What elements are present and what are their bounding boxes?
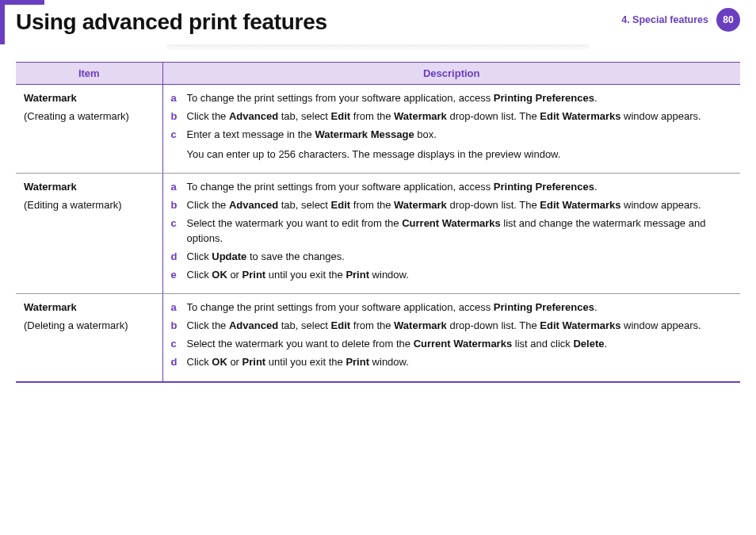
bold-term: Edit Watermarks [540,319,620,331]
bold-term: Watermark [394,319,447,331]
chapter-label: 4. Special features [621,14,708,25]
step-item: eClick OK or Print until you exit the Pr… [171,268,733,283]
bold-term: Advanced [229,319,278,331]
item-subtitle: (Deleting a watermark) [24,319,128,331]
step-marker: c [171,128,181,162]
bold-term: Watermark [394,110,447,122]
step-list: aTo change the print settings from your … [171,180,733,282]
bold-term: Print [346,356,369,368]
step-marker: b [171,198,181,213]
table-row: Watermark(Creating a watermark)aTo chang… [16,85,740,174]
step-item: bClick the Advanced tab, select Edit fro… [171,109,733,124]
table-row: Watermark(Editing a watermark)aTo change… [16,174,740,294]
bold-term: Current Watermarks [414,338,513,350]
step-item: cEnter a text message in the Watermark M… [171,128,733,162]
page-number-badge: 80 [716,8,740,32]
step-marker: a [171,180,181,195]
step-item: aTo change the print settings from your … [171,180,733,195]
page-title: Using advanced print features [16,10,327,35]
step-marker: c [171,337,181,352]
features-table: Item Description Watermark(Creating a wa… [16,62,740,383]
bold-term: Current Watermarks [402,217,501,229]
table-row: Watermark(Deleting a watermark)aTo chang… [16,294,740,382]
step-item: bClick the Advanced tab, select Edit fro… [171,198,733,213]
step-marker: a [171,91,181,106]
step-marker: d [171,250,181,265]
step-item: dClick OK or Print until you exit the Pr… [171,355,733,370]
bold-term: Edit Watermarks [540,110,620,122]
step-body: To change the print settings from your s… [187,91,733,106]
step-body: To change the print settings from your s… [187,180,733,195]
step-marker: b [171,319,181,334]
item-title: Watermark [24,300,155,315]
bold-term: Edit [331,319,351,331]
bold-term: Print [242,269,266,281]
bold-term: Update [212,250,246,262]
item-subtitle: (Creating a watermark) [24,110,129,122]
bold-term: Print [242,356,266,368]
item-cell: Watermark(Deleting a watermark) [16,294,162,382]
header-shadow [166,44,590,51]
step-item: cSelect the watermark you want to delete… [171,337,733,352]
step-body: Click OK or Print until you exit the Pri… [187,268,733,283]
table-header-row: Item Description [16,63,740,85]
description-cell: aTo change the print settings from your … [162,85,740,174]
description-cell: aTo change the print settings from your … [162,294,740,382]
step-item: cSelect the watermark you want to edit f… [171,216,733,246]
bold-term: OK [212,356,227,368]
description-cell: aTo change the print settings from your … [162,174,740,294]
step-marker: a [171,300,181,315]
step-list: aTo change the print settings from your … [171,300,733,369]
step-body: Enter a text message in the Watermark Me… [187,128,733,162]
step-item: aTo change the print settings from your … [171,91,733,106]
step-marker: b [171,109,181,124]
step-marker: c [171,216,181,246]
step-item: bClick the Advanced tab, select Edit fro… [171,319,733,334]
bold-term: OK [212,269,227,281]
step-body: Click the Advanced tab, select Edit from… [187,109,733,124]
bold-term: Print [346,269,369,281]
step-body: Click OK or Print until you exit the Pri… [187,355,733,370]
bold-term: Watermark [394,199,447,211]
bold-term: Watermark Message [315,128,414,140]
item-subtitle: (Editing a watermark) [24,199,122,211]
step-body: Select the watermark you want to delete … [187,337,733,352]
bold-term: Advanced [229,199,278,211]
bold-term: Printing Preferences [494,92,594,104]
bold-term: Printing Preferences [494,181,594,193]
item-cell: Watermark(Editing a watermark) [16,174,162,294]
bold-term: Delete [573,338,604,350]
col-header-item: Item [16,63,162,85]
step-extra-text: You can enter up to 256 characters. The … [187,147,733,162]
col-header-description: Description [162,63,740,85]
page-header: Using advanced print features 4. Special… [16,0,740,44]
corner-accent-vert [0,0,5,44]
bold-term: Edit [331,110,351,122]
bold-term: Edit [331,199,351,211]
step-body: Click the Advanced tab, select Edit from… [187,198,733,213]
step-body: Select the watermark you want to edit fr… [187,216,733,246]
item-title: Watermark [24,91,155,106]
step-body: To change the print settings from your s… [187,300,733,315]
step-marker: e [171,268,181,283]
bold-term: Edit Watermarks [540,199,620,211]
step-body: Click Update to save the changes. [187,250,733,265]
step-item: dClick Update to save the changes. [171,250,733,265]
item-title: Watermark [24,180,155,195]
item-cell: Watermark(Creating a watermark) [16,85,162,174]
step-body: Click the Advanced tab, select Edit from… [187,319,733,334]
bold-term: Advanced [229,110,278,122]
step-list: aTo change the print settings from your … [171,91,733,162]
step-item: aTo change the print settings from your … [171,300,733,315]
step-marker: d [171,355,181,370]
bold-term: Printing Preferences [494,301,594,313]
